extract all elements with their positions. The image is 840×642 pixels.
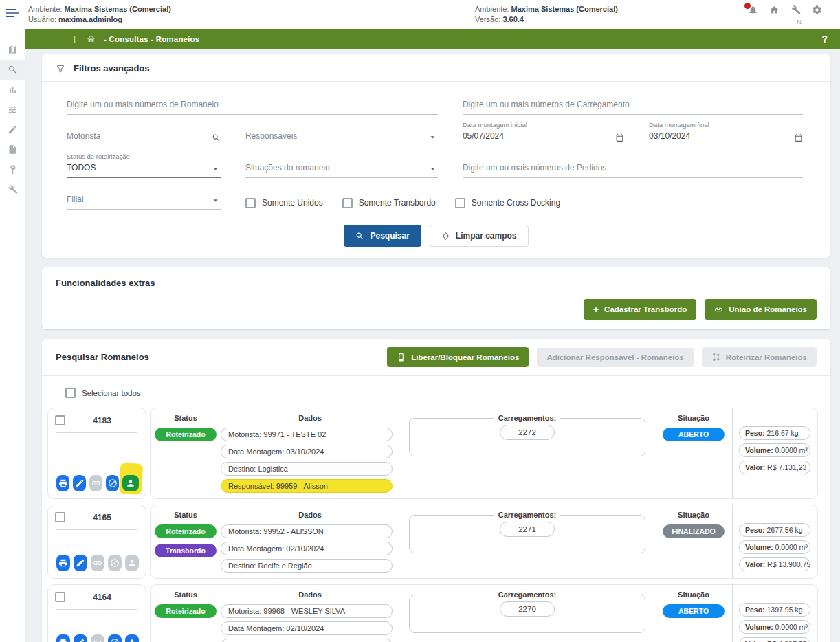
somente-unidos-checkbox[interactable]: Somente Unidos	[245, 198, 323, 208]
data-final-input[interactable]	[649, 131, 792, 141]
row-detail-card: Status Roteirizado Dados Motorista: 9997…	[150, 408, 818, 499]
chevron-down-icon[interactable]	[210, 164, 221, 174]
filial-select[interactable]: Filial	[67, 193, 221, 210]
row-checkbox[interactable]	[55, 512, 65, 522]
wrench-icon[interactable]	[791, 5, 801, 17]
responsaveis-select[interactable]: Responsáveis	[245, 130, 438, 146]
sidebar-item-search[interactable]	[0, 60, 25, 80]
print-icon[interactable]	[56, 634, 70, 642]
adicionar-responsavel-button[interactable]: Adicionar Responsável - Romaneios	[537, 348, 693, 367]
results-card: Pesquisar Romaneios Liberar/Bloquear Rom…	[42, 339, 830, 642]
romaneio-input[interactable]	[67, 100, 427, 109]
tune-icon	[8, 104, 18, 117]
map-icon	[8, 45, 18, 57]
filter-actions: Pesquisar Limpar campos	[42, 212, 830, 258]
situacoes-placeholder: Situações do romaneio	[245, 163, 330, 173]
totals-column: Peso: 2677.56 kg Volume: 0.0000 m³ Valor…	[732, 505, 817, 578]
carregamento-chip[interactable]: 2270	[500, 601, 555, 617]
row-checkbox[interactable]	[55, 592, 65, 602]
dado-chip: Data Montagem: 02/10/2024	[221, 542, 393, 555]
block-icon[interactable]	[106, 475, 119, 491]
motorista-input[interactable]	[67, 131, 210, 141]
calendar-icon[interactable]	[615, 133, 624, 142]
somente-cross-docking-checkbox[interactable]: Somente Cross Docking	[455, 198, 560, 208]
menu-icon[interactable]	[0, 0, 25, 20]
sidebar-item-map[interactable]	[0, 41, 25, 60]
sidebar-item-tune[interactable]	[0, 100, 25, 120]
dados-column: Dados Motorista: 99952 - ALISSONData Mon…	[221, 511, 399, 573]
carregamentos-legend: Carregamentos:	[494, 590, 560, 599]
uniao-romaneios-button[interactable]: União de Romaneios	[705, 299, 817, 320]
carregamentos-legend: Carregamentos:	[494, 511, 560, 519]
sidebar-item-pin[interactable]	[0, 160, 25, 180]
app-root: Ambiente: Maxima Sistemas (Comercial) Us…	[0, 0, 840, 642]
roteirizar-romaneios-button[interactable]: Roteirizar Romaneios	[702, 347, 817, 367]
carregamento-chip[interactable]: 2272	[500, 425, 555, 440]
sidebar-item-edit[interactable]	[0, 120, 25, 140]
person-icon[interactable]	[122, 475, 139, 491]
home-icon[interactable]	[769, 5, 780, 17]
status-badge: Roteirizado	[155, 524, 217, 538]
select-all-row: Selecionar todos	[42, 376, 830, 406]
sidebar-item-report[interactable]	[0, 140, 25, 160]
pesquisar-button[interactable]: Pesquisar	[344, 225, 421, 247]
print-icon[interactable]	[56, 475, 69, 491]
filters-form: Responsáveis Data montagem inicial Data …	[42, 82, 830, 212]
locale-indicator: N	[797, 19, 802, 25]
row-actions	[55, 615, 139, 642]
results-rows: 4183 Status Roteirizado Dados Motorista:…	[42, 406, 830, 642]
pedidos-input[interactable]	[463, 163, 792, 173]
block-icon[interactable]	[108, 634, 122, 642]
extras-card: Funcionalidades extras + Cadastrar Trans…	[42, 267, 830, 329]
romaneio-id: 4164	[65, 593, 139, 602]
data-inicial-input[interactable]	[463, 131, 613, 141]
select-all-checkbox[interactable]	[65, 388, 76, 398]
print-icon[interactable]	[56, 555, 70, 571]
status-roteirizacao-select[interactable]: Status de roteirização TODOS	[67, 162, 221, 178]
select-all-label: Selecionar todos	[82, 389, 141, 397]
limpar-campos-button[interactable]: Limpar campos	[430, 225, 529, 247]
situacoes-select[interactable]: Situações do romaneio	[245, 162, 438, 178]
home-breadcrumb-icon[interactable]	[87, 34, 96, 43]
chevron-down-icon[interactable]	[428, 164, 438, 174]
totals-column: Peso: 1397.95 kg Volume: 0.0000 m³ Valor…	[732, 585, 817, 642]
gear-icon[interactable]	[812, 5, 822, 17]
edit-icon[interactable]	[73, 475, 86, 491]
plus-icon: +	[593, 305, 599, 314]
chevron-down-icon[interactable]	[210, 195, 221, 206]
bell-icon[interactable]	[748, 5, 758, 17]
search-icon[interactable]	[212, 133, 221, 142]
edit-icon[interactable]	[74, 555, 87, 571]
data-inicial-field: Data montagem inicial	[463, 130, 624, 146]
calendar-icon[interactable]	[794, 133, 803, 142]
dados-list: Motorista: 99971 - TESTE 02Data Montagem…	[221, 428, 399, 493]
filters-title: Filtros avançados	[74, 63, 150, 74]
valor-chip: Valor: R$ 7.131,23	[739, 461, 810, 474]
uniao-romaneios-label: União de Romaneios	[729, 305, 807, 313]
row-checkbox[interactable]	[55, 415, 65, 425]
report-icon	[8, 144, 18, 157]
cadastrar-transbordo-button[interactable]: + Cadastrar Transbordo	[584, 299, 696, 320]
sidebar-item-tools[interactable]	[0, 180, 25, 200]
liberar-bloquear-button[interactable]: Liberar/Bloquear Romaneios	[387, 347, 529, 367]
chevron-down-icon[interactable]	[428, 132, 438, 142]
dado-chip: Destino: CARGA 2 NORDESTE	[221, 639, 393, 642]
peso-chip: Peso: 1397.95 kg	[739, 603, 810, 617]
somente-transbordo-checkbox[interactable]: Somente Transbordo	[342, 198, 436, 208]
highlight-marker	[122, 475, 139, 491]
row-summary-card: 4165	[47, 505, 146, 579]
person-icon[interactable]	[125, 634, 139, 642]
dados-list: Motorista: 99952 - ALISSONData Montagem:…	[221, 524, 399, 573]
help-icon[interactable]: ?	[821, 34, 828, 45]
carregamento-input[interactable]	[463, 100, 792, 109]
valor-chip: Valor: R$ 4.397,25	[739, 637, 810, 642]
result-row: 4164 Status Roteirizado Dados Motorista:…	[47, 584, 818, 642]
data-final-field: Data montagem final	[649, 130, 803, 146]
search-icon	[8, 65, 18, 77]
roteirizar-romaneios-label: Roteirizar Romaneios	[726, 353, 807, 362]
main-column: Ambiente: Maxima Sistemas (Comercial) Us…	[25, 0, 840, 642]
edit-icon[interactable]	[74, 634, 87, 642]
dado-chip: Motorista: 99968 - WESLEY SILVA	[221, 604, 393, 618]
carregamento-chip[interactable]: 2271	[500, 522, 555, 537]
sidebar-item-analytics[interactable]	[0, 80, 25, 100]
